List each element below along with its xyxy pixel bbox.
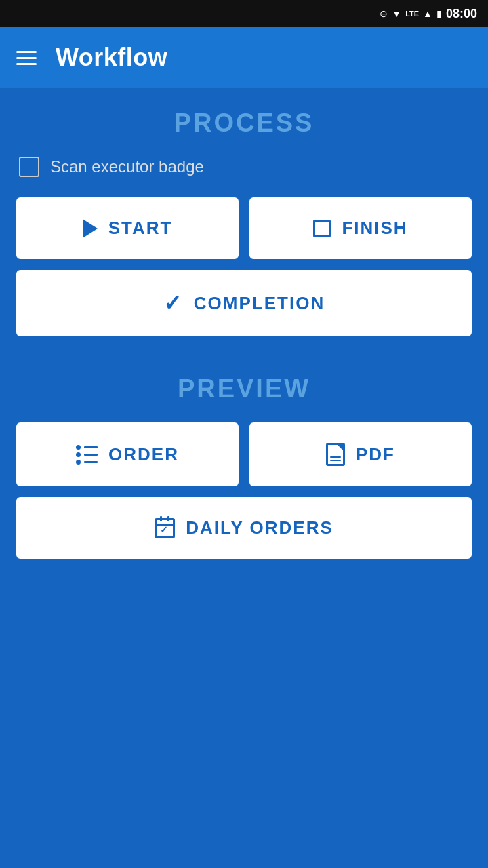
hline-1 bbox=[84, 446, 98, 448]
preview-section-title: PREVIEW bbox=[178, 374, 310, 403]
signal-icon: ▲ bbox=[423, 8, 432, 19]
executor-badge-checkbox-row: Scan executor badge bbox=[16, 157, 472, 177]
app-bar: Workflow bbox=[0, 27, 488, 88]
pdf-button[interactable]: PDF bbox=[249, 422, 472, 486]
hline-2 bbox=[84, 454, 98, 456]
minus-circle-icon: ⊖ bbox=[380, 8, 388, 19]
calendar-icon: ✓ bbox=[155, 518, 175, 538]
line-row-3 bbox=[76, 460, 98, 465]
start-button-label: START bbox=[108, 218, 173, 239]
calendar-shape: ✓ bbox=[155, 518, 175, 538]
finish-icon bbox=[313, 220, 331, 237]
order-pdf-row: ORDER PDF bbox=[16, 422, 472, 486]
executor-badge-checkbox[interactable] bbox=[19, 157, 39, 177]
play-triangle-shape bbox=[83, 219, 98, 238]
order-list-icon bbox=[76, 445, 98, 465]
pdf-icon bbox=[326, 443, 345, 466]
preview-section-header: PREVIEW bbox=[16, 374, 472, 403]
order-button[interactable]: ORDER bbox=[16, 422, 239, 486]
battery-icon: ▮ bbox=[436, 8, 442, 19]
hamburger-menu-button[interactable] bbox=[16, 51, 37, 65]
square-shape bbox=[313, 220, 331, 237]
start-finish-row: START FINISH bbox=[16, 197, 472, 259]
completion-button-label: COMPLETION bbox=[194, 293, 325, 314]
status-bar: ⊖ ▼ LTE ▲ ▮ 08:00 bbox=[0, 0, 488, 27]
lines-group-shape bbox=[76, 445, 98, 465]
section-gap bbox=[16, 347, 472, 374]
process-section-header: PROCESS bbox=[16, 108, 472, 138]
completion-button[interactable]: ✓ COMPLETION bbox=[16, 270, 472, 336]
order-button-label: ORDER bbox=[108, 444, 179, 465]
preview-header-line-left bbox=[16, 389, 167, 390]
status-time: 08:00 bbox=[446, 7, 477, 21]
dot-2 bbox=[76, 452, 81, 457]
preview-header-line-right bbox=[321, 389, 472, 390]
process-header-line-left bbox=[16, 123, 163, 124]
checkmark-icon: ✓ bbox=[163, 290, 183, 316]
start-button[interactable]: START bbox=[16, 197, 239, 259]
hamburger-line-3 bbox=[16, 63, 37, 65]
dot-1 bbox=[76, 445, 81, 450]
line-row-2 bbox=[76, 452, 98, 457]
process-section-title: PROCESS bbox=[174, 108, 314, 138]
status-icons: ⊖ ▼ LTE ▲ ▮ 08:00 bbox=[380, 7, 477, 21]
hamburger-line-1 bbox=[16, 51, 37, 53]
pdf-button-label: PDF bbox=[356, 444, 395, 465]
executor-badge-label: Scan executor badge bbox=[50, 157, 204, 176]
pdf-line-2 bbox=[330, 460, 341, 461]
pdf-icon-lines bbox=[330, 456, 341, 461]
play-icon bbox=[83, 219, 98, 238]
process-header-line-right bbox=[325, 123, 472, 124]
line-row-1 bbox=[76, 445, 98, 450]
pdf-line-1 bbox=[330, 456, 341, 458]
daily-orders-button-label: DAILY ORDERS bbox=[186, 517, 333, 538]
calendar-check-mark: ✓ bbox=[160, 524, 169, 535]
finish-button-label: FINISH bbox=[342, 218, 407, 239]
daily-orders-button[interactable]: ✓ DAILY ORDERS bbox=[16, 497, 472, 559]
main-content: PROCESS Scan executor badge START FINISH… bbox=[0, 88, 488, 868]
finish-button[interactable]: FINISH bbox=[249, 197, 472, 259]
lte-icon: LTE bbox=[405, 9, 419, 18]
dot-3 bbox=[76, 460, 81, 465]
hline-3 bbox=[84, 461, 98, 463]
pdf-icon-shape bbox=[326, 443, 345, 466]
check-shape: ✓ bbox=[163, 290, 183, 316]
hamburger-line-2 bbox=[16, 57, 37, 59]
wifi-icon: ▼ bbox=[392, 8, 401, 19]
app-title: Workflow bbox=[56, 43, 167, 72]
